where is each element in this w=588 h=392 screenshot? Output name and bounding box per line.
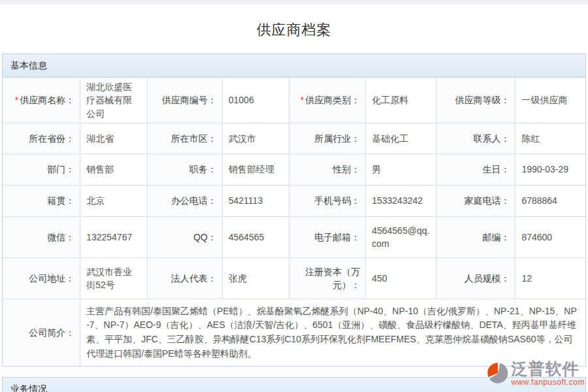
basic-info-table: *供应商名称： 湖北欣盛医疗器械有限公司 供应商编号： 01006 *供应商类别… (3, 78, 585, 366)
value-city: 武汉市 (222, 123, 289, 154)
label-home-phone: 家庭电话： (436, 185, 515, 216)
label-position: 职务： (147, 154, 222, 185)
watermark-brand: 泛普软件 (511, 360, 579, 378)
value-birthday: 1990-03-29 (515, 154, 585, 185)
label-supplier-category: *供应商类别： (289, 78, 366, 123)
label-company-address: 公司地址： (3, 257, 80, 299)
label-registered-capital: 注册资本（万元）： (289, 257, 366, 299)
value-postal-code: 874600 (515, 216, 585, 257)
table-row: 公司地址： 武汉市香业街52号 法人代表： 张虎 注册资本（万元）： 450 人… (3, 257, 585, 299)
label-staff-size: 人员规模： (436, 257, 515, 299)
value-supplier-name: 湖北欣盛医疗器械有限公司 (80, 78, 148, 123)
label-contact-person: 联系人： (436, 123, 515, 154)
basic-info-panel: 基本信息 *供应商名称： 湖北欣盛医疗器械有限公司 供应商编号： 01006 *… (2, 54, 586, 367)
value-legal-representative: 张虎 (222, 257, 289, 299)
label-industry: 所属行业： (289, 123, 366, 154)
basic-info-section-header: 基本信息 (3, 54, 585, 78)
table-row: 部门： 销售部 职务： 销售部经理 性别： 男 生日： 1990-03-29 (3, 154, 585, 185)
value-province: 湖北省 (80, 123, 148, 154)
value-home-phone: 6788864 (515, 185, 585, 216)
value-wechat: 132254767 (80, 216, 148, 257)
label-company-profile: 公司简介： (3, 299, 80, 366)
value-company-address: 武汉市香业街52号 (80, 257, 148, 299)
label-wechat: 微信： (3, 216, 80, 257)
label-gender: 性别： (289, 154, 366, 185)
value-contact-person: 陈红 (515, 123, 585, 154)
page-title: 供应商档案 (0, 20, 588, 40)
value-position: 销售部经理 (222, 154, 289, 185)
value-supplier-grade: 一级供应商 (515, 78, 585, 123)
watermark-site: www.fanpusoft.com (511, 378, 585, 387)
table-row: 公司简介： 主营产品有韩国/泰国聚乙烯蜡（PE蜡）、烷基酚聚氧乙烯醚系列（NP-… (3, 299, 585, 366)
top-strip (0, 0, 588, 5)
label-native-place: 籍贯： (3, 185, 80, 216)
value-supplier-code: 01006 (222, 78, 289, 123)
label-email: 电子邮箱： (289, 216, 366, 257)
value-email: 4564565@qq.com (366, 216, 436, 257)
label-legal-representative: 法人代表： (147, 257, 222, 299)
label-postal-code: 邮编： (436, 216, 515, 257)
required-marker: * (301, 95, 304, 105)
watermark-text: 泛普软件 www.fanpusoft.com (511, 360, 585, 387)
value-office-phone: 5421113 (222, 185, 289, 216)
label-mobile-phone: 手机号码： (289, 185, 366, 216)
label-qq: QQ： (147, 216, 222, 257)
table-row: 微信： 132254767 QQ： 4564565 电子邮箱： 4564565@… (3, 216, 585, 257)
watermark: 泛普软件 www.fanpusoft.com (486, 360, 585, 387)
value-gender: 男 (366, 154, 436, 185)
label-birthday: 生日： (436, 154, 515, 185)
value-department: 销售部 (80, 154, 148, 185)
label-city: 所在市区： (147, 123, 222, 154)
value-qq: 4564565 (222, 216, 289, 257)
fanpu-logo-icon (486, 361, 510, 385)
value-staff-size: 12 (515, 257, 585, 299)
label-office-phone: 办公电话： (147, 185, 222, 216)
label-supplier-name: *供应商名称： (3, 78, 80, 123)
value-company-profile: 主营产品有韩国/泰国聚乙烯蜡（PE蜡）、烷基酚聚氧乙烯醚系列（NP-40、NP-… (80, 299, 585, 366)
label-supplier-code: 供应商编号： (147, 78, 222, 123)
value-industry: 基础化工 (366, 123, 436, 154)
value-native-place: 北京 (80, 185, 148, 216)
table-row: *供应商名称： 湖北欣盛医疗器械有限公司 供应商编号： 01006 *供应商类别… (3, 78, 585, 123)
label-department: 部门： (3, 154, 80, 185)
label-supplier-grade: 供应商等级： (436, 78, 515, 123)
label-province: 所在省份： (3, 123, 80, 154)
required-marker: * (15, 95, 18, 105)
value-supplier-category: 化工原料 (366, 78, 436, 123)
table-row: 籍贯： 北京 办公电话： 5421113 手机号码： 1533243242 家庭… (3, 185, 585, 216)
value-registered-capital: 450 (366, 257, 436, 299)
table-row: 所在省份： 湖北省 所在市区： 武汉市 所属行业： 基础化工 联系人： 陈红 (3, 123, 585, 154)
value-mobile-phone: 1533243242 (366, 185, 436, 216)
